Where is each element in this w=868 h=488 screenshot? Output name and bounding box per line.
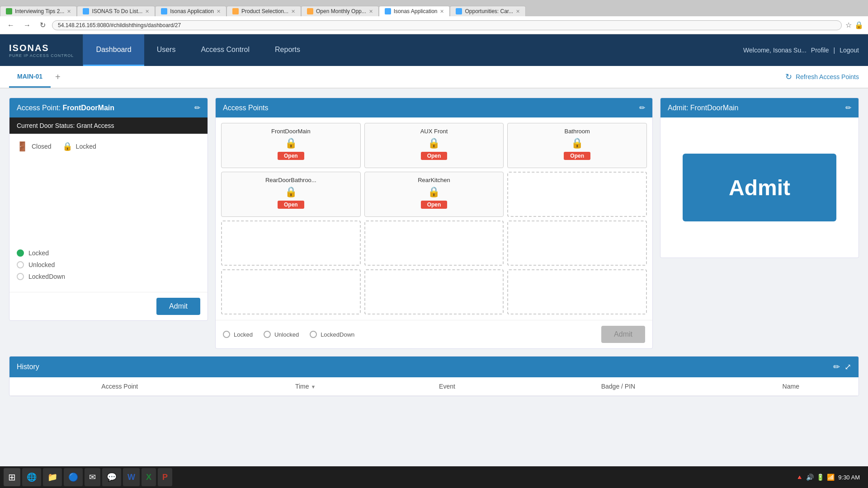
door-status-label: Current Door Status: xyxy=(17,122,75,129)
col-access-point: Access Point xyxy=(9,377,230,396)
browser-tab-7[interactable]: Opportunities: Car... ✕ xyxy=(450,6,526,16)
right-panel-title: Admit: FrontDoorMain xyxy=(668,104,739,112)
browser-tab-2[interactable]: ISONAS To Do List... ✕ xyxy=(77,6,155,16)
logo-sub: PURE IP ACCESS CONTROL xyxy=(9,53,74,58)
chrome-button[interactable]: 🔵 xyxy=(64,468,83,486)
left-panel-admit-button[interactable]: Admit xyxy=(156,298,200,315)
panels-row: Access Point: FrontDoorMain ✏ Current Do… xyxy=(9,98,859,349)
ie-icon: 🌐 xyxy=(27,472,37,482)
legend-dot-unlocked xyxy=(17,261,24,268)
taskbar-clock: 9:30 AM xyxy=(838,474,860,481)
tab-close-4[interactable]: ✕ xyxy=(291,9,295,14)
extensions-icon[interactable]: 🔒 xyxy=(854,21,863,29)
tab-bar: MAIN-01 + ↻ Refresh Access Points xyxy=(0,66,868,89)
tab-main01[interactable]: MAIN-01 xyxy=(9,66,51,88)
history-expand-icon[interactable]: ⤢ xyxy=(844,362,851,372)
ap-open-badge-3: Open xyxy=(278,201,304,209)
ie-button[interactable]: 🌐 xyxy=(22,468,41,486)
reload-button[interactable]: ↻ xyxy=(37,20,48,30)
access-point-card-1[interactable]: AUX Front 🔒 Open xyxy=(364,123,504,168)
left-panel-footer: Admit xyxy=(9,292,208,320)
forward-button[interactable]: → xyxy=(21,20,33,30)
skype-icon: 💬 xyxy=(107,472,117,482)
nav-link-reports[interactable]: Reports xyxy=(262,34,313,66)
nav-link-access-control[interactable]: Access Control xyxy=(188,34,262,66)
profile-link[interactable]: Profile xyxy=(811,47,829,54)
door-indicators: 🚪 Closed 🔒 Locked xyxy=(9,134,208,159)
excel-button[interactable]: X xyxy=(142,468,156,486)
col-name-label: Name xyxy=(783,383,799,390)
word-button[interactable]: W xyxy=(123,468,140,486)
tab-label-3: Isonas Application xyxy=(170,8,214,14)
tab-main01-label: MAIN-01 xyxy=(17,73,42,80)
browser-tab-1[interactable]: Interviewing Tips 2... ✕ xyxy=(0,6,77,16)
left-panel-edit-icon[interactable]: ✏ xyxy=(194,103,200,112)
tab-close-6[interactable]: ✕ xyxy=(440,9,444,14)
admit-big-button[interactable]: Admit xyxy=(683,154,836,221)
sort-icon: ▼ xyxy=(311,384,316,389)
right-panel-body: Admit xyxy=(660,154,859,221)
access-point-card-0[interactable]: FrontDoorMain 🔒 Open xyxy=(221,123,361,168)
nav-link-dashboard[interactable]: Dashboard xyxy=(83,34,144,66)
history-table: Access Point Time ▼ Event Badge / PIN xyxy=(9,377,859,396)
ap-lock-icon-2: 🔒 xyxy=(571,137,583,149)
browser-tab-3[interactable]: Isonas Application ✕ xyxy=(155,6,226,16)
mid-panel-body: FrontDoorMain 🔒 Open AUX Front 🔒 Open Ba… xyxy=(216,117,652,348)
closed-label: Closed xyxy=(32,143,52,150)
mid-panel-admit-button[interactable]: Admit xyxy=(601,326,645,343)
tab-label-6: Isonas Application xyxy=(394,8,438,14)
tab-close-1[interactable]: ✕ xyxy=(67,9,71,14)
refresh-access-points-button[interactable]: ↻ Refresh Access Points xyxy=(785,72,859,82)
closed-indicator: 🚪 Closed xyxy=(17,141,52,152)
browser-tab-5[interactable]: Open Monthly Opp... ✕ xyxy=(301,6,379,16)
browser-tab-4[interactable]: Product Selection... ✕ xyxy=(226,6,301,16)
logout-link[interactable]: Logout xyxy=(840,47,859,54)
history-edit-icon[interactable]: ✏ xyxy=(833,362,840,372)
network-icon: 🔺 xyxy=(796,474,803,481)
browser-tab-6[interactable]: Isonas Application ✕ xyxy=(379,6,450,16)
legend-locked: Locked xyxy=(17,249,200,257)
outlook-button[interactable]: ✉ xyxy=(85,468,100,486)
lock-icon: 🔒 xyxy=(62,141,72,151)
ap-open-badge-2: Open xyxy=(564,152,590,160)
door-status-value: Grant Access xyxy=(76,122,114,129)
bookmark-icon[interactable]: ☆ xyxy=(845,21,852,29)
taskbar: ⊞ 🌐 📁 🔵 ✉ 💬 W X P 🔺 🔊 🔋 📶 9:30 AM xyxy=(0,466,868,488)
chrome-icon: 🔵 xyxy=(68,472,78,482)
access-point-card-2[interactable]: Bathroom 🔒 Open xyxy=(507,123,647,168)
start-button[interactable]: ⊞ xyxy=(4,468,20,486)
mid-panel-edit-icon[interactable]: ✏ xyxy=(639,103,645,112)
tab-close-2[interactable]: ✕ xyxy=(145,9,149,14)
right-panel-edit-icon[interactable]: ✏ xyxy=(845,103,851,112)
browser-addressbar: ← → ↻ ☆ 🔒 xyxy=(0,16,868,34)
ap-lock-icon-4: 🔒 xyxy=(428,186,440,198)
wifi-icon: 📶 xyxy=(827,474,835,481)
nav-link-users[interactable]: Users xyxy=(144,34,189,66)
nav-right: Welcome, Isonas Su... Profile | Logout xyxy=(743,47,868,54)
tab-icon-3 xyxy=(161,8,167,14)
ap-name-3: RearDoorBathroo... xyxy=(265,177,316,183)
col-badge-pin-label: Badge / PIN xyxy=(601,383,636,390)
tab-icon-4 xyxy=(232,8,239,14)
right-panel: Admit: FrontDoorMain ✏ Admit xyxy=(660,98,859,258)
tab-close-3[interactable]: ✕ xyxy=(217,9,221,14)
locked-indicator: 🔒 Locked xyxy=(62,141,96,151)
door-status-bar: Current Door Status: Grant Access xyxy=(9,117,208,134)
col-time[interactable]: Time ▼ xyxy=(230,377,381,396)
powerpoint-button[interactable]: P xyxy=(158,468,172,486)
mid-legend-lockeddown-label: LockedDown xyxy=(321,331,354,338)
tab-close-7[interactable]: ✕ xyxy=(516,9,520,14)
tab-add-button[interactable]: + xyxy=(51,72,65,82)
ap-open-badge-1: Open xyxy=(421,152,448,160)
address-bar[interactable] xyxy=(52,20,842,30)
tab-label-5: Open Monthly Opp... xyxy=(316,8,366,14)
ap-name-1: AUX Front xyxy=(420,128,448,135)
back-button[interactable]: ← xyxy=(5,20,17,30)
access-point-card-3[interactable]: RearDoorBathroo... 🔒 Open xyxy=(221,172,361,217)
explorer-button[interactable]: 📁 xyxy=(43,468,62,486)
tab-close-5[interactable]: ✕ xyxy=(369,9,373,14)
skype-button[interactable]: 💬 xyxy=(102,468,121,486)
left-panel-header: Access Point: FrontDoorMain ✏ xyxy=(9,98,208,117)
access-point-card-4[interactable]: RearKitchen 🔒 Open xyxy=(364,172,504,217)
left-panel-title-name: FrontDoorMain xyxy=(62,104,114,112)
